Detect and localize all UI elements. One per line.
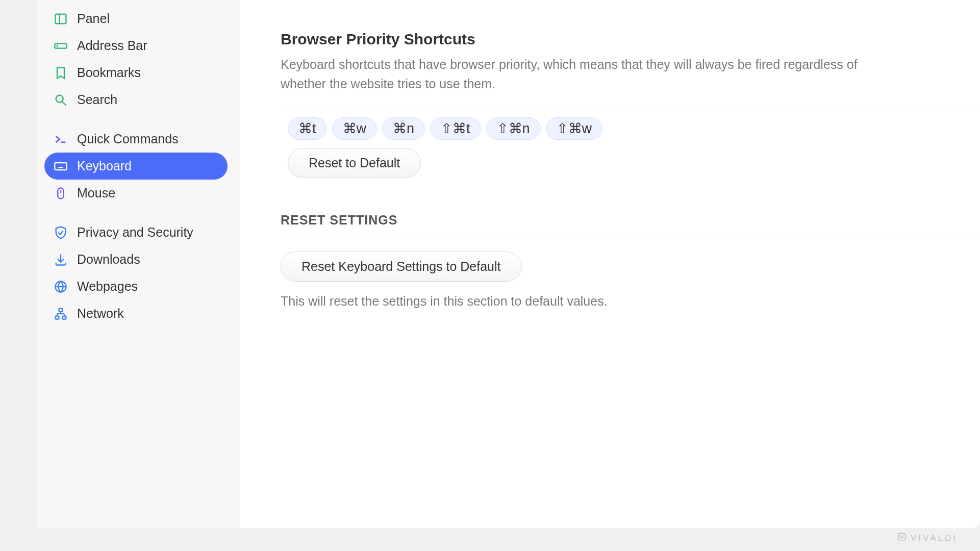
priority-shortcuts-title: Browser Priority Shortcuts <box>281 31 980 48</box>
svg-rect-7 <box>55 163 66 170</box>
shortcut-pill[interactable]: ⇧⌘w <box>546 117 603 140</box>
bookmark-icon <box>54 66 68 80</box>
sidebar-item-label: Network <box>77 306 124 321</box>
reset-priority-button[interactable]: Reset to Default <box>288 148 421 178</box>
settings-sidebar: Panel Address Bar Bookmarks Search <box>38 0 240 528</box>
sidebar-group-input: Quick Commands Keyboard Mouse <box>44 126 228 207</box>
sidebar-item-mouse[interactable]: Mouse <box>44 180 228 207</box>
quick-commands-icon <box>54 132 68 146</box>
sidebar-item-label: Webpages <box>77 279 138 294</box>
section-divider <box>281 235 980 235</box>
settings-main: Browser Priority Shortcuts Keyboard shor… <box>240 0 980 528</box>
sidebar-item-label: Search <box>77 92 117 107</box>
reset-keyboard-settings-button[interactable]: Reset Keyboard Settings to Default <box>281 252 522 282</box>
svg-rect-13 <box>58 188 64 198</box>
download-icon <box>54 253 68 267</box>
search-icon <box>54 93 68 107</box>
sidebar-item-label: Keyboard <box>77 159 132 173</box>
sidebar-item-label: Panel <box>77 11 110 26</box>
sidebar-item-panel[interactable]: Panel <box>44 5 228 32</box>
reset-settings-desc: This will reset the settings in this sec… <box>281 292 893 311</box>
keyboard-icon <box>54 159 68 173</box>
reset-settings-section: RESET SETTINGS Reset Keyboard Settings t… <box>240 213 980 311</box>
sidebar-item-label: Address Bar <box>77 38 147 53</box>
shortcut-pill[interactable]: ⇧⌘t <box>430 117 481 140</box>
svg-line-5 <box>63 102 66 105</box>
sidebar-group-appearance: Panel Address Bar Bookmarks Search <box>44 5 228 113</box>
sidebar-item-label: Quick Commands <box>77 132 179 146</box>
shortcut-pill[interactable]: ⌘n <box>382 117 425 140</box>
sidebar-item-downloads[interactable]: Downloads <box>44 246 228 273</box>
shield-icon <box>54 226 68 240</box>
svg-point-4 <box>56 95 63 102</box>
shortcut-pill[interactable]: ⌘w <box>332 117 378 140</box>
priority-shortcuts-content: ⌘t ⌘w ⌘n ⇧⌘t ⇧⌘n ⇧⌘w Reset to Default <box>281 108 980 187</box>
sidebar-item-privacy[interactable]: Privacy and Security <box>44 219 228 246</box>
svg-rect-0 <box>56 14 66 23</box>
sidebar-item-bookmarks[interactable]: Bookmarks <box>44 59 228 86</box>
shortcut-pill[interactable]: ⇧⌘n <box>486 117 541 140</box>
sidebar-item-quick-commands[interactable]: Quick Commands <box>44 126 228 153</box>
brand-footer: VIVALDI <box>897 532 958 544</box>
svg-rect-20 <box>63 316 66 319</box>
address-bar-icon <box>54 39 68 53</box>
sidebar-item-label: Downloads <box>77 252 140 267</box>
mouse-icon <box>54 186 68 201</box>
settings-window: Panel Address Bar Bookmarks Search <box>38 0 980 528</box>
sidebar-item-address-bar[interactable]: Address Bar <box>44 32 228 59</box>
priority-shortcuts-section: Browser Priority Shortcuts Keyboard shor… <box>240 31 980 187</box>
shortcut-pill[interactable]: ⌘t <box>288 117 327 140</box>
sidebar-item-keyboard[interactable]: Keyboard <box>44 153 228 180</box>
shortcut-pill-row: ⌘t ⌘w ⌘n ⇧⌘t ⇧⌘n ⇧⌘w <box>288 117 980 140</box>
priority-shortcuts-desc: Keyboard shortcuts that have browser pri… <box>281 55 893 93</box>
svg-rect-19 <box>56 316 59 319</box>
panel-icon <box>54 12 68 26</box>
reset-settings-subtitle: RESET SETTINGS <box>281 213 980 228</box>
network-icon <box>54 307 68 321</box>
sidebar-item-label: Mouse <box>77 186 115 201</box>
svg-rect-18 <box>59 308 63 311</box>
sidebar-item-search[interactable]: Search <box>44 86 228 113</box>
sidebar-item-label: Privacy and Security <box>77 225 193 240</box>
sidebar-item-label: Bookmarks <box>77 65 141 80</box>
svg-rect-25 <box>898 533 906 540</box>
vivaldi-logo-icon <box>897 532 907 544</box>
sidebar-item-network[interactable]: Network <box>44 300 228 327</box>
sidebar-group-privacy: Privacy and Security Downloads Webpages … <box>44 219 228 327</box>
brand-text: VIVALDI <box>911 533 958 543</box>
globe-icon <box>54 280 68 294</box>
sidebar-item-webpages[interactable]: Webpages <box>44 273 228 300</box>
